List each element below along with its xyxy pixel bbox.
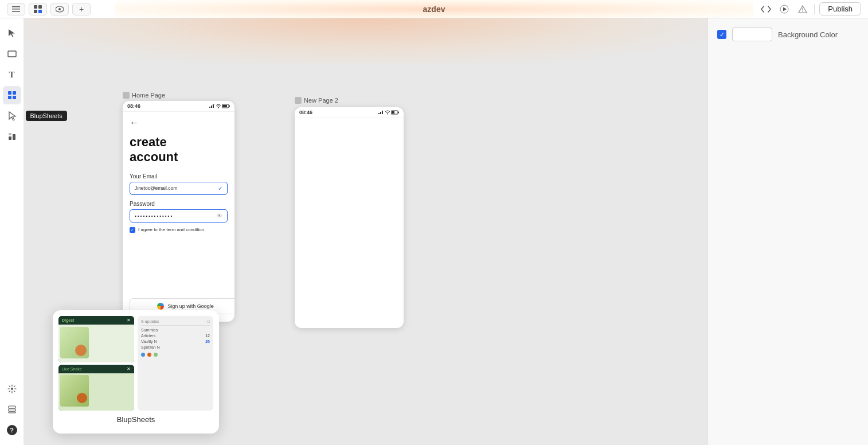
svg-rect-4 <box>38 5 42 9</box>
google-btn-text: Sign up with Google <box>167 303 214 309</box>
add-component-button[interactable] <box>29 3 47 15</box>
second-screen-content <box>58 373 134 411</box>
agree-checkbox[interactable] <box>130 227 135 233</box>
main-canvas[interactable]: Home Page 08:46 ← create account Your Em… <box>24 18 707 445</box>
data-col-1: S updates <box>141 319 159 323</box>
phone2-time: 08:46 <box>299 110 312 115</box>
svg-marker-44 <box>378 113 380 114</box>
second-screen-close: ✕ <box>127 366 131 372</box>
sidebar-item-cursor[interactable] <box>3 24 21 42</box>
data-row-3-val: 26 <box>205 339 210 343</box>
svg-point-47 <box>387 114 388 115</box>
alert-button[interactable] <box>796 2 810 16</box>
svg-rect-3 <box>34 5 37 9</box>
phone1-status-bar: 08:46 <box>123 101 234 112</box>
phone1-time: 08:46 <box>127 103 140 109</box>
svg-point-40 <box>218 107 219 108</box>
data-row-2-val: 12 <box>205 334 210 338</box>
digest-close: ✕ <box>127 318 131 323</box>
bg-color-label: Background Color <box>778 30 838 39</box>
digest-header: Digest ✕ <box>58 316 134 325</box>
blupsheets-left: Digest ✕ Live Snake <box>58 316 134 411</box>
blupsheets-popup[interactable]: Digest ✕ Live Snake <box>53 310 219 434</box>
svg-rect-18 <box>8 96 11 99</box>
eye-icon: 👁 <box>217 213 222 219</box>
phone2-label-icon <box>295 97 302 104</box>
svg-rect-33 <box>9 406 15 408</box>
phone1-label-icon <box>123 92 130 99</box>
svg-rect-16 <box>8 91 11 95</box>
right-panel: ✓ Background Color <box>707 18 868 445</box>
svg-rect-49 <box>392 111 394 114</box>
back-arrow[interactable]: ← <box>130 118 228 128</box>
phone2-status-icons <box>378 110 399 115</box>
phone1-label-text: Home Page <box>132 92 165 99</box>
left-sidebar: T BlupSheets <box>0 18 24 445</box>
email-label: Your Email <box>130 173 228 179</box>
password-dots: •••••••••••••• <box>135 213 173 218</box>
divider <box>814 4 815 14</box>
password-input[interactable]: •••••••••••••• 👁 <box>130 209 228 222</box>
data-row-3: Vaultly N 26 <box>141 339 210 343</box>
svg-rect-0 <box>12 6 20 7</box>
svg-rect-17 <box>13 91 16 95</box>
menu-button[interactable] <box>7 3 25 15</box>
svg-marker-38 <box>213 104 214 108</box>
dot-2 <box>147 353 151 357</box>
svg-marker-20 <box>9 112 15 120</box>
data-col-2: □ <box>208 319 210 323</box>
play-button[interactable] <box>777 2 791 16</box>
data-row-3-label: Vaultly N <box>141 339 157 343</box>
sidebar-item-layers[interactable] <box>3 400 21 419</box>
svg-line-29 <box>9 386 10 387</box>
svg-line-32 <box>9 391 10 392</box>
svg-rect-6 <box>38 10 42 13</box>
code-view-button[interactable] <box>759 2 773 16</box>
sidebar-item-assets[interactable] <box>3 127 21 146</box>
bg-color-checkbox[interactable]: ✓ <box>717 30 726 39</box>
data-row-2-label: Articlers <box>141 334 155 338</box>
publish-button[interactable]: Publish <box>819 2 861 15</box>
phone1-frame: 08:46 ← create account Your Email Jineto… <box>123 101 234 322</box>
sidebar-item-blupsheets[interactable]: BlupSheets <box>3 107 21 125</box>
sidebar-item-help[interactable]: ? <box>3 421 21 439</box>
data-row-2: Articlers 12 <box>141 334 210 338</box>
email-value: Jinetoc@email.com <box>135 185 177 191</box>
digest-content <box>58 325 134 362</box>
svg-rect-22 <box>13 134 15 140</box>
svg-point-8 <box>58 8 61 10</box>
data-row-header: S updates □ <box>141 319 210 326</box>
svg-rect-2 <box>12 11 20 12</box>
dot-3 <box>154 353 158 357</box>
check-icon: ✓ <box>218 185 222 192</box>
data-row-4-label: Spotifan N <box>141 345 160 349</box>
digest-screen: Digest ✕ <box>58 316 134 362</box>
svg-rect-50 <box>398 112 399 114</box>
phone2-label: New Page 2 <box>295 97 338 104</box>
svg-rect-1 <box>12 9 20 10</box>
blupsheets-grid: Digest ✕ Live Snake <box>58 316 213 411</box>
phone2-label-text: New Page 2 <box>304 97 338 104</box>
toolbar-right: Publish <box>759 2 861 16</box>
svg-rect-15 <box>8 51 16 57</box>
preview-button[interactable] <box>50 3 69 15</box>
blupsheets-data: S updates □ Summies Articlers 12 Vaultly… <box>138 316 213 411</box>
sidebar-item-effects[interactable] <box>3 380 21 398</box>
svg-rect-5 <box>34 10 37 13</box>
sidebar-item-rectangle[interactable] <box>3 45 21 63</box>
phone2-frame: 08:46 <box>295 107 404 328</box>
data-row-4: Spotifan N <box>141 345 210 349</box>
new-tab-button[interactable]: + <box>72 3 91 15</box>
email-input[interactable]: Jinetoc@email.com ✓ <box>130 182 228 195</box>
phone2-status-bar: 08:46 <box>295 107 404 118</box>
sidebar-item-text[interactable]: T <box>3 65 21 84</box>
second-screen: Live Snake ✕ <box>58 365 134 411</box>
svg-marker-37 <box>211 106 212 108</box>
data-row-1: Summies <box>141 328 210 332</box>
svg-marker-45 <box>380 112 381 114</box>
svg-marker-39 <box>214 104 215 104</box>
bg-color-picker[interactable] <box>732 28 772 41</box>
app-title: azdev <box>423 5 445 14</box>
sidebar-item-layout[interactable] <box>3 86 21 104</box>
main-toolbar: + azdev Publish <box>0 0 868 18</box>
